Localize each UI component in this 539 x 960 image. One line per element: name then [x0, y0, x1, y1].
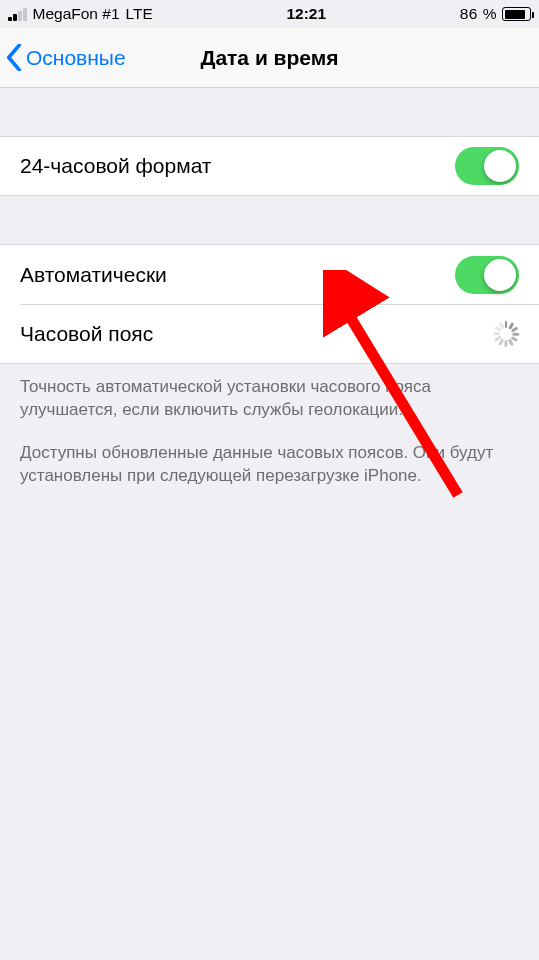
row-label: 24-часовой формат	[20, 154, 211, 178]
carrier-label: MegaFon #1	[33, 5, 120, 23]
row-timezone[interactable]: Часовой пояс	[0, 304, 539, 364]
battery-percent-label: 86 %	[460, 5, 497, 23]
network-type-label: LTE	[126, 5, 153, 23]
chevron-left-icon	[6, 44, 22, 71]
page-title: Дата и время	[200, 46, 338, 70]
switch-24h-format[interactable]	[455, 147, 519, 185]
battery-icon	[502, 7, 531, 21]
group-time-format: 24-часовой формат	[0, 136, 539, 196]
group-automatic: Автоматически Часовой пояс Точность авто…	[0, 244, 539, 488]
status-time: 12:21	[286, 5, 326, 23]
row-label: Автоматически	[20, 263, 167, 287]
row-automatic[interactable]: Автоматически	[0, 244, 539, 304]
nav-bar: Основные Дата и время	[0, 28, 539, 88]
status-left: MegaFon #1 LTE	[8, 5, 153, 23]
row-label: Часовой пояс	[20, 322, 153, 346]
switch-automatic[interactable]	[455, 256, 519, 294]
group-footer: Точность автоматической установки часово…	[0, 364, 539, 488]
back-button[interactable]: Основные	[0, 44, 126, 71]
status-right: 86 %	[460, 5, 531, 23]
row-24h-format[interactable]: 24-часовой формат	[0, 136, 539, 196]
back-label: Основные	[26, 46, 126, 70]
status-bar: MegaFon #1 LTE 12:21 86 %	[0, 0, 539, 28]
signal-strength-icon	[8, 8, 27, 21]
loading-spinner-icon	[493, 321, 519, 347]
footer-paragraph-1: Точность автоматической установки часово…	[20, 376, 519, 422]
footer-paragraph-2: Доступны обновленные данные часовых пояс…	[20, 442, 519, 488]
